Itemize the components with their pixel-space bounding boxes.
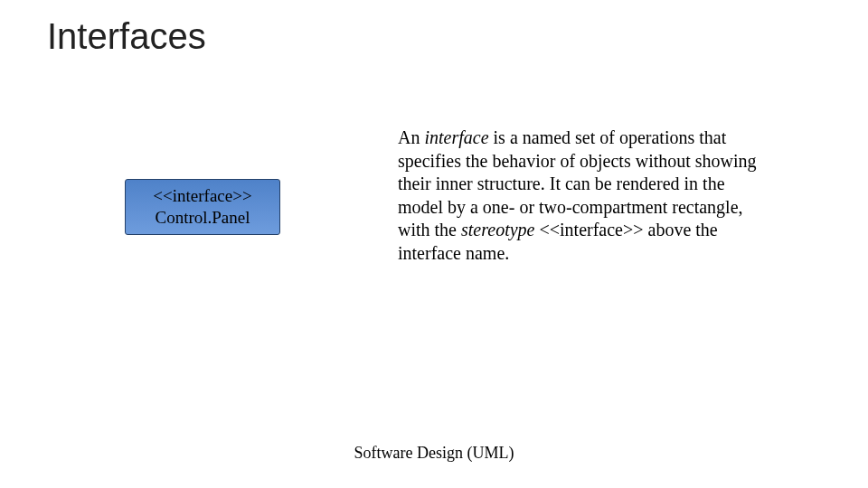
uml-stereotype-label: <<interface>> xyxy=(129,185,276,207)
uml-interface-name: Control.Panel xyxy=(129,207,276,229)
desc-italic-interface: interface xyxy=(424,127,488,147)
slide-title: Interfaces xyxy=(47,16,206,57)
uml-interface-box: <<interface>> Control.Panel xyxy=(125,179,280,235)
desc-italic-stereotype: stereotype xyxy=(461,220,534,239)
slide-footer: Software Design (UML) xyxy=(0,444,868,463)
description-paragraph: An interface is a named set of operation… xyxy=(398,127,769,266)
desc-text: An xyxy=(398,127,424,147)
